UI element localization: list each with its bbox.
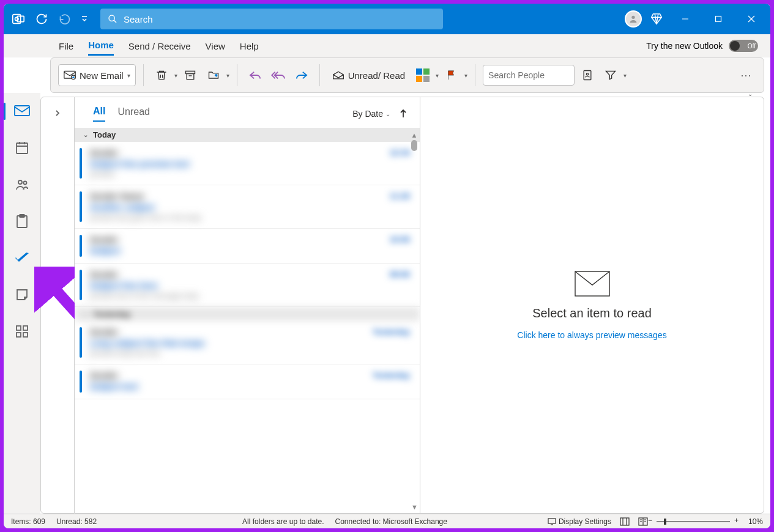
delete-button[interactable] <box>151 65 172 86</box>
calendar-icon <box>15 141 29 155</box>
date-group[interactable]: ⌄Yesterday <box>75 307 420 321</box>
categorize-icon <box>416 68 430 82</box>
mail-list-pane: All Unread By Date ⌄ ⌄ Today <box>75 97 420 514</box>
expand-folder-pane-button[interactable] <box>54 109 61 513</box>
try-new-outlook-label: Try the new Outlook <box>646 41 723 51</box>
people-icon <box>15 177 29 192</box>
reply-button[interactable] <box>245 65 266 86</box>
maximize-button[interactable] <box>704 5 732 33</box>
unread-read-label: Unread/ Read <box>348 70 405 81</box>
archive-button[interactable] <box>180 65 201 86</box>
new-email-label: New Email <box>80 70 124 81</box>
outlook-window: File Home Send / Receive View Help Try t… <box>4 4 770 528</box>
menubar: File Home Send / Receive View Help Try t… <box>4 34 770 57</box>
more-commands-button[interactable]: ⋯ <box>735 65 756 86</box>
empty-envelope-icon <box>575 271 610 297</box>
sync-button[interactable] <box>32 9 51 29</box>
sort-direction-button[interactable] <box>399 109 407 119</box>
svg-rect-31 <box>17 326 21 330</box>
svg-rect-18 <box>17 143 28 153</box>
zoom-slider[interactable] <box>657 521 730 522</box>
try-new-outlook-toggle[interactable]: Off <box>729 40 758 52</box>
display-settings-button[interactable]: Display Settings <box>548 517 611 526</box>
svg-point-28 <box>24 182 27 185</box>
mail-list-scrollbar[interactable]: ▲ ▼ <box>410 131 419 511</box>
mail-item[interactable]: SenderSubject 10:05 <box>75 229 420 264</box>
svg-point-5 <box>631 16 634 19</box>
rail-mail[interactable] <box>9 98 35 125</box>
reply-all-button[interactable] <box>268 65 289 86</box>
svg-rect-33 <box>17 333 21 337</box>
svg-rect-38 <box>620 518 629 525</box>
svg-rect-36 <box>548 519 556 523</box>
categorize-dropdown[interactable]: ▾ <box>436 72 439 79</box>
categorize-button[interactable] <box>412 65 433 86</box>
menu-help[interactable]: Help <box>240 37 259 55</box>
reading-pane: Select an item to read Click here to alw… <box>420 97 764 514</box>
mail-item[interactable]: SenderSubject line preview textpreview12… <box>75 142 420 185</box>
always-preview-link[interactable]: Click here to always preview messages <box>517 330 666 340</box>
move-dropdown[interactable]: ▾ <box>226 72 229 79</box>
unread-read-button[interactable]: Unread/ Read <box>327 64 410 86</box>
tab-all[interactable]: All <box>93 106 105 122</box>
rail-calendar[interactable] <box>9 135 35 161</box>
menu-home[interactable]: Home <box>88 36 114 56</box>
search-input[interactable] <box>124 14 436 24</box>
apps-grid-icon <box>15 325 29 338</box>
note-icon <box>15 288 29 301</box>
forward-button[interactable] <box>291 65 312 86</box>
scroll-thumb[interactable] <box>411 140 417 151</box>
sort-label: By Date <box>352 109 383 119</box>
search-people-field[interactable] <box>488 70 569 80</box>
mail-item[interactable]: SenderSubject text Yesterday <box>75 364 420 399</box>
flag-dropdown[interactable]: ▾ <box>464 72 467 79</box>
close-button[interactable] <box>737 5 765 33</box>
menu-file[interactable]: File <box>59 37 73 55</box>
flag-button[interactable] <box>441 65 462 86</box>
svg-rect-13 <box>187 74 194 79</box>
address-book-button[interactable] <box>577 65 598 86</box>
view-normal-button[interactable] <box>620 517 630 526</box>
menu-send-receive[interactable]: Send / Receive <box>128 37 191 55</box>
tab-unread[interactable]: Unread <box>117 106 149 121</box>
collapse-ribbon-button[interactable]: ⌄ <box>740 83 761 104</box>
filter-dropdown[interactable]: ▾ <box>623 72 627 79</box>
reply-icon <box>248 70 262 81</box>
mail-item[interactable]: SenderLong subject line that wrapsprevie… <box>75 321 420 364</box>
user-avatar[interactable] <box>625 10 642 28</box>
statusbar: Items: 609 Unread: 582 All folders are u… <box>4 514 770 528</box>
svg-point-3 <box>109 15 114 21</box>
move-button[interactable] <box>203 65 224 86</box>
filter-button[interactable] <box>600 65 621 86</box>
search-icon <box>108 14 117 24</box>
premium-icon[interactable] <box>647 9 666 29</box>
rail-tasks[interactable] <box>9 208 35 235</box>
zoom-level[interactable]: 10% <box>748 517 763 526</box>
new-email-button[interactable]: New Email ▾ <box>58 64 136 86</box>
delete-dropdown[interactable]: ▾ <box>174 72 177 79</box>
global-search[interactable] <box>100 9 443 29</box>
rail-people[interactable] <box>9 171 35 198</box>
date-group-label: Today <box>93 130 116 139</box>
undo-button[interactable] <box>55 9 75 29</box>
rail-todo[interactable] <box>9 245 35 272</box>
scroll-down-arrow[interactable]: ▼ <box>411 503 418 511</box>
clipboard-icon <box>15 214 29 229</box>
mail-item[interactable]: SenderSubject line herepreview text of t… <box>75 264 420 307</box>
view-reading-button[interactable] <box>638 517 648 526</box>
mail-item[interactable]: Sender NameAnother subjectpreview text g… <box>75 185 420 229</box>
sort-by-date-button[interactable]: By Date ⌄ <box>352 109 390 119</box>
envelope-open-icon <box>332 70 344 80</box>
navigation-rail <box>4 93 40 514</box>
search-people-input[interactable] <box>483 65 575 86</box>
menu-view[interactable]: View <box>206 37 225 55</box>
date-group-today[interactable]: ⌄ Today <box>75 128 420 142</box>
rail-notes[interactable] <box>9 281 35 308</box>
minimize-button[interactable] <box>671 5 699 33</box>
qat-dropdown[interactable] <box>78 9 91 29</box>
mail-icon <box>14 105 30 117</box>
scroll-up-arrow[interactable]: ▲ <box>410 131 419 139</box>
svg-rect-7 <box>716 17 721 22</box>
rail-more-apps[interactable] <box>9 318 35 345</box>
archive-icon <box>184 69 196 81</box>
